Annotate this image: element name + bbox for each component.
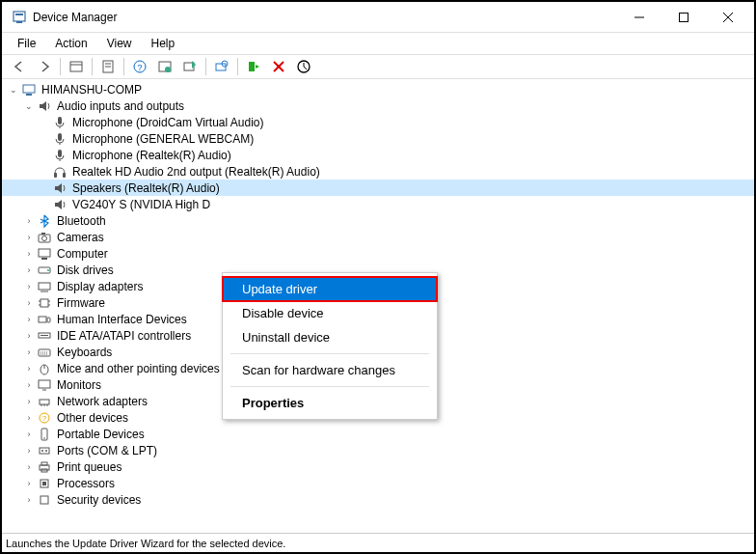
tree-category-processors[interactable]: › Processors (2, 475, 754, 491)
context-menu-scan-hardware[interactable]: Scan for hardware changes (223, 358, 437, 382)
back-button[interactable] (8, 56, 31, 77)
tree-device-selected[interactable]: Speakers (Realtek(R) Audio) (2, 180, 754, 196)
forward-button[interactable] (33, 56, 56, 77)
uninstall-device-button[interactable] (267, 56, 290, 77)
tree-label: Monitors (55, 378, 103, 392)
speaker-icon (52, 197, 68, 212)
microphone-icon (52, 131, 68, 147)
display-adapter-icon (37, 279, 52, 294)
context-menu-update-driver[interactable]: Update driver (223, 277, 437, 301)
tree-label: Microphone (GENERAL WEBCAM) (70, 132, 256, 146)
svg-rect-31 (54, 173, 57, 178)
expander-icon[interactable]: › (21, 361, 37, 376)
context-menu-disable-device[interactable]: Disable device (223, 301, 437, 325)
computer-icon (37, 246, 52, 262)
tree-label: Network adapters (55, 395, 149, 408)
svg-rect-29 (58, 150, 62, 157)
expander-icon[interactable]: › (21, 394, 37, 409)
tree-label: Computer (55, 247, 110, 261)
tree-label: Firmware (55, 296, 107, 310)
svg-rect-47 (39, 317, 46, 322)
expander-icon[interactable]: › (21, 492, 37, 508)
svg-rect-70 (41, 462, 47, 465)
tree-device[interactable]: Microphone (Realtek(R) Audio) (2, 147, 754, 163)
mouse-icon (37, 361, 52, 376)
tree-device[interactable]: Realtek HD Audio 2nd output (Realtek(R) … (2, 163, 754, 180)
tree-label: Realtek HD Audio 2nd output (Realtek(R) … (70, 165, 322, 179)
expander-icon[interactable]: › (21, 295, 37, 311)
tree-label: Processors (55, 477, 117, 490)
expander-icon[interactable]: › (21, 459, 37, 475)
expander-icon[interactable]: ⌄ (21, 98, 37, 114)
update-driver-button[interactable] (178, 56, 202, 77)
context-menu-properties[interactable]: Properties (223, 391, 437, 415)
svg-point-65 (43, 437, 45, 439)
ports-icon (37, 443, 52, 458)
expander-icon[interactable]: › (21, 377, 37, 393)
close-button[interactable] (706, 3, 750, 32)
menubar: File Action View Help (2, 33, 754, 54)
tree-root[interactable]: ⌄ HIMANSHU-COMP (2, 81, 754, 97)
svg-rect-27 (58, 133, 62, 141)
help-button[interactable]: ? (128, 56, 151, 77)
show-hide-console-button[interactable] (65, 56, 88, 77)
tree-device[interactable]: Microphone (GENERAL WEBCAM) (2, 130, 754, 147)
scan-hardware-button[interactable] (210, 56, 233, 77)
titlebar: Device Manager (2, 2, 754, 33)
hid-icon (37, 312, 52, 327)
expander-icon[interactable]: › (21, 476, 37, 491)
enable-device-button[interactable] (242, 56, 265, 77)
svg-rect-19 (249, 62, 255, 71)
properties-button[interactable] (96, 56, 120, 77)
menu-view[interactable]: View (97, 35, 142, 52)
svg-rect-23 (23, 85, 35, 93)
tree-category-bluetooth[interactable]: › Bluetooth (2, 212, 754, 229)
expander-icon[interactable]: › (21, 279, 37, 294)
expander-icon[interactable]: › (21, 328, 37, 344)
monitor-icon (37, 377, 52, 393)
toolbar-separator (60, 58, 61, 75)
expander-icon[interactable]: › (21, 427, 37, 442)
svg-rect-73 (42, 482, 46, 485)
action-button[interactable] (153, 56, 176, 77)
context-menu-separator (230, 386, 429, 387)
expander-icon[interactable]: › (21, 263, 37, 278)
tree-device[interactable]: VG240Y S (NVIDIA High D (2, 196, 754, 212)
tree-category-audio[interactable]: ⌄ Audio inputs and outputs (2, 97, 754, 114)
expander-icon[interactable]: ⌄ (6, 82, 21, 97)
expander-icon[interactable]: › (21, 345, 37, 360)
tree-category-security[interactable]: › Security devices (2, 491, 754, 508)
tree-content[interactable]: ⌄ HIMANSHU-COMP ⌄ Audio inputs and outpu… (2, 79, 754, 533)
tree-device[interactable]: Microphone (DroidCam Virtual Audio) (2, 114, 754, 130)
svg-rect-36 (39, 249, 50, 257)
window-title: Device Manager (33, 11, 617, 24)
tree-category-computer[interactable]: › Computer (2, 245, 754, 262)
expander-icon[interactable]: › (21, 213, 37, 229)
expander-icon[interactable]: › (21, 410, 37, 426)
toolbar-separator (92, 58, 93, 75)
minimize-button[interactable] (617, 3, 662, 32)
tree-label: Microphone (DroidCam Virtual Audio) (70, 116, 266, 129)
context-menu-uninstall-device[interactable]: Uninstall device (223, 325, 437, 349)
menu-action[interactable]: Action (45, 35, 96, 52)
disable-device-button[interactable] (292, 56, 315, 77)
tree-category-print-queues[interactable]: › Print queues (2, 458, 754, 475)
menu-help[interactable]: Help (142, 35, 185, 52)
expander-icon[interactable]: › (21, 443, 37, 458)
speaker-icon (37, 98, 52, 114)
svg-rect-17 (216, 64, 226, 70)
expander-icon[interactable]: › (21, 230, 37, 245)
app-icon (12, 10, 27, 25)
expander-icon[interactable]: › (21, 312, 37, 327)
tree-category-portable[interactable]: › Portable Devices (2, 426, 754, 442)
expander-icon[interactable]: › (21, 246, 37, 262)
tree-category-cameras[interactable]: › Cameras (2, 229, 754, 245)
tree-category-ports[interactable]: › Ports (COM & LPT) (2, 442, 754, 458)
tree-label: Print queues (55, 460, 123, 474)
context-menu-separator (230, 353, 429, 354)
tree-label: Keyboards (55, 346, 114, 359)
menu-file[interactable]: File (8, 35, 45, 52)
camera-icon (37, 230, 52, 245)
tree-label: Speakers (Realtek(R) Audio) (70, 181, 222, 195)
maximize-button[interactable] (662, 3, 706, 32)
